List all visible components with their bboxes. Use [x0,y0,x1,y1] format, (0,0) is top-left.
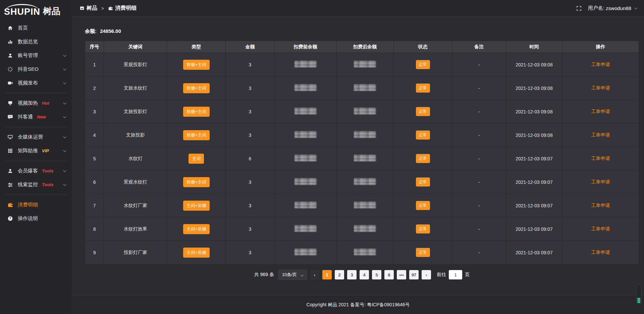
cell-remark: - [452,217,506,241]
column-header-扣费后余额: 扣费后余额 [336,41,393,53]
copyright-text: Copyright 树品 2021 备案号: 粤ICP备09019646号 [306,302,410,308]
breadcrumb-label: 树品 [87,5,97,12]
cell-amount: 3 [226,123,274,147]
sidebar-badge-Tools: Tools [42,168,53,173]
page-button-6[interactable]: 6 [384,270,394,279]
status-badge: 正常 [393,100,452,123]
table-row: 2文旅水纹灯前缀+主词3正常-2021-12-03 09:08工单申请 [85,76,639,100]
cell-no: 8 [85,217,104,241]
cell-amount: 6 [226,147,274,170]
page-button-5[interactable]: 5 [372,270,381,279]
fullscreen-icon[interactable] [576,5,582,11]
page-button-4[interactable]: 4 [360,270,369,279]
cell-post-balance [336,217,393,241]
video-icon [7,80,13,86]
page-button-2[interactable]: 2 [335,270,344,279]
breadcrumb-separator: > [101,6,104,11]
cell-time: 2021-12-03 09:07 [506,194,562,217]
sidebar-divider [5,195,67,195]
sidebar-item-label: 首页 [18,25,28,31]
sidebar-item-全媒体运营[interactable]: 全媒体运营 [0,130,72,144]
type-badge: 前缀+主词 [167,76,226,100]
work-order-link[interactable]: 工单申请 [591,250,610,255]
sidebar-item-线索监控[interactable]: 线索监控Tools [0,178,72,192]
user-menu[interactable]: 用户名: zswodun88 [588,5,637,11]
sidebar-item-抖客通[interactable]: 抖客通New [0,110,72,124]
cell-time: 2021-12-03 09:07 [506,147,562,170]
sidebar-item-视频发布[interactable]: 视频发布 [0,76,72,90]
table-row: 5水纹灯主词6正常-2021-12-03 09:07工单申请 [85,147,639,170]
chevron-down-icon [63,115,66,118]
page-button-97[interactable]: 97 [409,270,419,279]
work-order-link[interactable]: 工单申请 [591,203,610,208]
page-button-1[interactable]: 1 [322,270,332,279]
status-badge: 正常 [393,123,452,147]
breadcrumb-item-树品[interactable]: 树品 [79,5,97,12]
cell-no: 3 [85,100,104,123]
sidebar-item-label: 操作说明 [18,215,38,222]
work-order-link[interactable]: 工单申请 [591,109,610,114]
status-badge: 正常 [416,60,430,69]
censored-value [294,225,317,232]
chevron-down-icon [63,182,66,186]
type-badge: 主词 [167,147,226,170]
sidebar-item-首页[interactable]: 首页 [0,21,72,35]
work-order-link[interactable]: 工单申请 [591,132,610,138]
next-page-button[interactable]: › [422,270,431,279]
sidebar-item-矩阵助推[interactable]: 矩阵助推VIP [0,144,72,158]
work-order-link[interactable]: 工单申请 [591,85,610,91]
sidebar-item-消费明细[interactable]: 消费明细 [0,198,72,212]
work-order-link[interactable]: 工单申请 [591,226,610,231]
cell-post-balance [336,147,393,170]
page-size-value: 10条/页 [282,272,297,278]
breadcrumb-item-消费明细[interactable]: 消费明细 [108,5,137,12]
sidebar-item-操作说明[interactable]: ?操作说明 [0,212,72,225]
sidebar-item-会员爆客[interactable]: 会员爆客Tools [0,164,72,178]
sidebar-item-抖音SEO[interactable]: 抖音SEO [0,62,72,76]
gear-icon [7,66,13,72]
cell-remark: - [452,170,506,194]
type-badge: 主词+后缀 [167,241,226,264]
cell-keyword: 文旅投影灯 [104,100,167,123]
status-badge: 正常 [416,130,430,140]
work-order-link[interactable]: 工单申请 [591,62,610,67]
goto-page-input[interactable] [449,270,462,279]
table-row: 8水纹灯效果主词+后缀3正常-2021-12-03 09:07工单申请 [85,217,639,241]
sidebar-item-数据总览[interactable]: 数据总览 [0,35,72,49]
sidebar-item-label: 数据总览 [18,39,38,45]
cell-amount: 3 [226,194,274,217]
username-label: 用户名: [588,5,604,11]
pagination-total: 共 969 条 [254,272,274,278]
cell-post-balance [336,194,393,217]
page-ellipsis-button[interactable]: ••• [397,270,406,279]
table-row: 1景观投影灯前缀+主词3正常-2021-12-03 09:08工单申请 [85,53,639,76]
cell-time: 2021-12-03 09:08 [506,76,562,100]
censored-value [294,202,317,208]
censored-value [354,108,376,114]
censored-value [294,155,317,161]
prev-page-button[interactable]: ‹ [310,270,319,279]
cell-no: 2 [85,76,104,100]
sidebar-item-label: 视频发布 [18,80,38,86]
work-order-link: 工单申请 [562,100,639,123]
sidebar-item-账号管理[interactable]: 账号管理 [0,49,72,62]
cell-keyword: 水纹灯 [104,147,167,170]
cell-remark: - [452,241,506,264]
type-badge: 前缀+主词 [183,130,210,140]
sidebar-divider [5,161,67,161]
sidebar-badge-Tools: Tools [42,182,53,187]
sidebar-item-视频加热[interactable]: 视频加热Hot [0,96,72,110]
balance-label: 余额: [85,28,97,34]
censored-value [354,202,376,208]
page-size-select[interactable]: 10条/页 [278,270,307,280]
consumption-table: 序号关键词类型金额扣费前余额扣费后余额状态备注时间操作 1景观投影灯前缀+主词3… [85,41,639,264]
page-button-3[interactable]: 3 [347,270,357,279]
type-badge: 前缀+主词 [167,100,226,123]
work-order-link[interactable]: 工单申请 [591,156,610,161]
content-area: 余额: 24856.00 序号关键词类型金额扣费前余额扣费后余额状态备注时间操作… [72,17,644,295]
cell-no: 1 [85,53,104,76]
work-order-link[interactable]: 工单申请 [591,179,610,185]
cell-remark: - [452,123,506,147]
page-footer: Copyright 树品 2021 备案号: 粤ICP备09019646号 [72,295,644,314]
sidebar-item-label: 账号管理 [18,52,38,59]
